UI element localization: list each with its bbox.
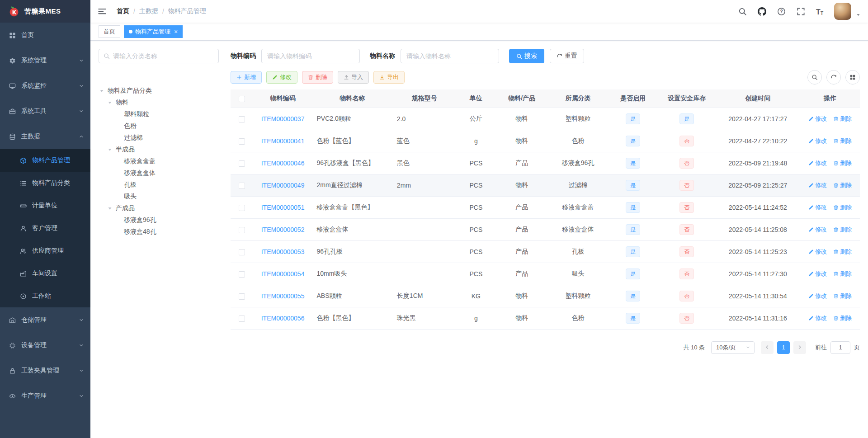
search-button[interactable]: 搜索 — [509, 49, 544, 63]
tree-caret-icon[interactable] — [107, 146, 116, 153]
delete-row-link[interactable]: 删除 — [833, 181, 852, 189]
sidebar-item-system-admin[interactable]: 系统管理 — [0, 48, 90, 73]
add-button[interactable]: 新增 — [231, 71, 262, 84]
font-size-icon[interactable]: TT — [816, 7, 823, 16]
material-code-link[interactable]: ITEM00000053 — [261, 248, 305, 255]
material-code-link[interactable]: ITEM00000046 — [261, 160, 305, 167]
avatar[interactable] — [834, 3, 851, 20]
edit-row-link[interactable]: 修改 — [808, 314, 827, 322]
reset-button[interactable]: 重置 — [550, 49, 584, 63]
material-code-link[interactable]: ITEM00000037 — [261, 115, 305, 122]
sidebar-item-workstation[interactable]: 工作站 — [0, 285, 90, 307]
sidebar-item-customer-mgmt[interactable]: 客户管理 — [0, 217, 90, 240]
toggle-search-button[interactable] — [807, 70, 822, 85]
material-code-link[interactable]: ITEM00000049 — [261, 182, 305, 189]
tree-node[interactable]: 塑料颗粒 — [99, 108, 219, 120]
tree-node[interactable]: 半成品 — [99, 144, 219, 155]
sidebar-item-fixture-mgmt[interactable]: 工装夹具管理 — [0, 358, 90, 383]
row-checkbox[interactable] — [239, 183, 245, 189]
sidebar-item-warehouse-mgmt[interactable]: 仓储管理 — [0, 307, 90, 333]
tree-node[interactable]: 吸头 — [99, 191, 219, 203]
material-code-link[interactable]: ITEM00000055 — [261, 292, 305, 300]
next-page-button[interactable] — [793, 341, 806, 354]
select-all-checkbox[interactable] — [239, 96, 245, 102]
material-code-input[interactable] — [261, 49, 360, 63]
edit-row-link[interactable]: 修改 — [808, 159, 827, 167]
sidebar-item-system-tools[interactable]: 系统工具 — [0, 99, 90, 124]
material-code-link[interactable]: ITEM00000056 — [261, 315, 305, 322]
sidebar-item-production-mgmt[interactable]: 生产管理 — [0, 383, 90, 409]
tree-caret-icon[interactable] — [107, 205, 116, 212]
delete-button[interactable]: 删除 — [302, 71, 333, 84]
edit-row-link[interactable]: 修改 — [808, 203, 827, 212]
delete-row-link[interactable]: 删除 — [833, 314, 852, 322]
category-search-input[interactable] — [113, 52, 214, 60]
row-checkbox[interactable] — [239, 316, 245, 322]
sidebar-item-home[interactable]: 首页 — [0, 23, 90, 48]
tree-node[interactable]: 色粉 — [99, 120, 219, 132]
row-checkbox[interactable] — [239, 249, 245, 255]
prev-page-button[interactable] — [761, 341, 774, 354]
sidebar-item-material-product-mgmt[interactable]: 物料产品管理 — [0, 149, 90, 172]
material-code-link[interactable]: ITEM00000052 — [261, 226, 305, 233]
row-checkbox[interactable] — [239, 160, 245, 167]
tree-node[interactable]: 产成品 — [99, 203, 219, 214]
page-size-select[interactable]: 10条/页 — [711, 341, 755, 354]
edit-row-link[interactable]: 修改 — [808, 137, 827, 145]
row-checkbox[interactable] — [239, 138, 245, 145]
edit-row-link[interactable]: 修改 — [808, 270, 827, 278]
sidebar-item-equipment-mgmt[interactable]: 设备管理 — [0, 333, 90, 358]
delete-row-link[interactable]: 删除 — [833, 137, 852, 145]
tree-node[interactable]: 孔板 — [99, 179, 219, 191]
material-code-link[interactable]: ITEM00000041 — [261, 137, 305, 145]
import-button[interactable]: 导入 — [338, 71, 369, 84]
breadcrumb-item[interactable]: 主数据 — [139, 7, 158, 15]
tree-node[interactable]: 过滤棉 — [99, 132, 219, 144]
edit-row-link[interactable]: 修改 — [808, 115, 827, 123]
breadcrumb-item[interactable]: 首页 — [117, 7, 129, 15]
refresh-table-button[interactable] — [826, 70, 841, 85]
material-code-link[interactable]: ITEM00000051 — [261, 204, 305, 211]
sidebar-item-material-product-category[interactable]: 物料产品分类 — [0, 172, 90, 194]
delete-row-link[interactable]: 删除 — [833, 292, 852, 300]
fullscreen-icon[interactable] — [797, 7, 805, 16]
tree-node[interactable]: 移液盒盒体 — [99, 167, 219, 179]
tree-node[interactable]: 移液盒盒盖 — [99, 155, 219, 167]
edit-row-link[interactable]: 修改 — [808, 226, 827, 234]
caret-down-icon[interactable] — [856, 12, 861, 17]
sidebar-item-supplier-mgmt[interactable]: 供应商管理 — [0, 240, 90, 262]
tree-node[interactable]: 物料 — [99, 97, 219, 108]
sidebar-item-workshop-settings[interactable]: 车间设置 — [0, 262, 90, 285]
delete-row-link[interactable]: 删除 — [833, 159, 852, 167]
github-icon[interactable] — [758, 7, 766, 16]
tree-node[interactable]: 移液盒96孔 — [99, 214, 219, 226]
material-code-link[interactable]: ITEM00000054 — [261, 270, 305, 278]
edit-row-link[interactable]: 修改 — [808, 181, 827, 189]
delete-row-link[interactable]: 删除 — [833, 115, 852, 123]
columns-settings-button[interactable] — [845, 70, 860, 85]
help-icon[interactable]: ? — [777, 7, 786, 16]
tree-node[interactable]: 物料及产品分类 — [99, 85, 219, 97]
edit-row-link[interactable]: 修改 — [808, 292, 827, 300]
tree-caret-icon[interactable] — [107, 99, 116, 106]
row-checkbox[interactable] — [239, 205, 245, 211]
row-checkbox[interactable] — [239, 227, 245, 233]
sidebar-item-master-data[interactable]: 主数据 — [0, 124, 90, 149]
row-checkbox[interactable] — [239, 271, 245, 278]
delete-row-link[interactable]: 删除 — [833, 248, 852, 256]
search-icon[interactable] — [738, 7, 747, 16]
hamburger-icon[interactable] — [98, 7, 107, 16]
app-logo[interactable]: 苦糖果MES — [0, 0, 90, 23]
delete-row-link[interactable]: 删除 — [833, 270, 852, 278]
close-icon[interactable]: × — [174, 28, 178, 35]
tree-caret-icon[interactable] — [99, 88, 108, 94]
export-button[interactable]: 导出 — [373, 71, 405, 84]
tab-material-product-mgmt[interactable]: 物料产品管理× — [124, 25, 183, 38]
delete-row-link[interactable]: 删除 — [833, 203, 852, 212]
delete-row-link[interactable]: 删除 — [833, 226, 852, 234]
tree-node[interactable]: 移液盒48孔 — [99, 226, 219, 238]
sidebar-item-measure-unit[interactable]: 计量单位 — [0, 194, 90, 217]
sidebar-item-system-monitor[interactable]: 系统监控 — [0, 73, 90, 99]
goto-page-input[interactable] — [830, 341, 850, 354]
edit-button[interactable]: 修改 — [266, 71, 297, 84]
